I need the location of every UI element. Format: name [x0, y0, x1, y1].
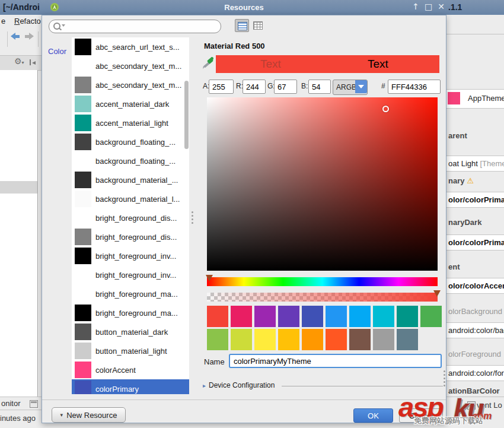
- palette-swatch[interactable]: [302, 329, 323, 350]
- green-field[interactable]: [274, 80, 297, 94]
- maximize-icon[interactable]: □: [425, 2, 432, 11]
- palette-swatch[interactable]: [373, 329, 394, 350]
- list-item[interactable]: bright_foreground_inv...: [72, 246, 189, 265]
- color-name-label: button_material_dark: [95, 328, 168, 337]
- color-name-label: bright_foreground_inv...: [95, 271, 176, 280]
- ok-button[interactable]: OK: [353, 408, 393, 423]
- theme-value-row[interactable]: android:color/bac: [446, 322, 504, 338]
- blue-field[interactable]: [308, 80, 331, 94]
- palette-swatch[interactable]: [373, 306, 394, 327]
- color-name-label: bright_foreground_ma...: [95, 290, 178, 299]
- hex-input[interactable]: [388, 80, 440, 93]
- list-item[interactable]: background_floating_...: [72, 132, 189, 151]
- palette-swatch[interactable]: [397, 306, 418, 327]
- new-resource-button[interactable]: ▾ New Resource: [52, 407, 126, 423]
- hue-slider[interactable]: [207, 277, 438, 286]
- panel-grip[interactable]: [444, 370, 445, 388]
- search-options-arrow-icon[interactable]: [62, 24, 65, 27]
- color-name-label: abc_secondary_text_m...: [95, 81, 181, 90]
- list-item[interactable]: button_material_dark: [72, 322, 189, 341]
- palette-swatch[interactable]: [207, 329, 228, 350]
- theme-value-text: olor/colorPrima: [448, 195, 504, 204]
- name-input[interactable]: [230, 355, 441, 367]
- alpha-slider-handle[interactable]: [433, 290, 441, 297]
- palette-swatch[interactable]: [278, 306, 299, 327]
- palette-swatch[interactable]: [397, 329, 418, 350]
- list-scrollbar-thumb[interactable]: [184, 81, 189, 149]
- palette-swatch[interactable]: [278, 329, 299, 350]
- palette-swatch[interactable]: [207, 306, 228, 327]
- alpha-field[interactable]: [209, 80, 234, 94]
- background-monitor-tab[interactable]: onitor: [1, 399, 21, 408]
- palette-swatch[interactable]: [254, 306, 276, 327]
- sv-marker[interactable]: [382, 106, 389, 112]
- palette-swatch[interactable]: [326, 329, 347, 350]
- list-item[interactable]: accent_material_light: [72, 113, 189, 132]
- list-item[interactable]: colorPrimary: [72, 379, 189, 394]
- eyedropper-icon[interactable]: [202, 56, 215, 71]
- green-input[interactable]: [275, 80, 296, 93]
- list-item[interactable]: button_material_light: [72, 341, 189, 360]
- theme-value-row[interactable]: olor/colorPrima: [446, 234, 504, 251]
- theme-property-text: ent: [448, 262, 460, 271]
- grid-view-button[interactable]: [251, 19, 265, 32]
- splitter-grip[interactable]: [192, 211, 194, 226]
- list-item[interactable]: bright_foreground_ma...: [72, 303, 189, 322]
- event-log-label[interactable]: vent Lo: [477, 401, 502, 410]
- name-field[interactable]: [229, 354, 442, 368]
- saturation-value-panel[interactable]: [207, 97, 438, 271]
- rollup-icon[interactable]: ↑: [412, 2, 419, 11]
- theme-value-row[interactable]: olor/colorPrima: [446, 192, 504, 208]
- palette-swatch[interactable]: [254, 329, 276, 350]
- palette-swatch[interactable]: [302, 306, 323, 327]
- color-mode-select[interactable]: ARGB: [333, 80, 368, 95]
- list-item[interactable]: background_material_l...: [72, 189, 189, 208]
- list-item[interactable]: bright_foreground_inv...: [72, 265, 189, 284]
- device-configuration-toggle[interactable]: ▸Device Configuration: [203, 381, 275, 389]
- collapse-panel-icon[interactable]: [30, 59, 37, 65]
- cancel-button[interactable]: Cancel: [399, 408, 443, 423]
- list-item[interactable]: background_floating_...: [72, 151, 189, 170]
- list-item[interactable]: abc_search_url_text_s...: [72, 37, 189, 56]
- background-theme-editor: AppThemearentoat Light [Theme.nary ⚠olor…: [446, 15, 504, 428]
- theme-row-apptheme[interactable]: AppTheme: [446, 89, 504, 109]
- palette-swatch[interactable]: [231, 306, 252, 327]
- list-item[interactable]: bright_foreground_dis...: [72, 227, 189, 246]
- blue-input[interactable]: [309, 80, 330, 93]
- color-mode-value: ARGB: [336, 83, 356, 91]
- list-item[interactable]: bright_foreground_ma...: [72, 284, 189, 303]
- list-item[interactable]: abc_secondary_text_m...: [72, 56, 189, 75]
- theme-value-text: oat Light: [448, 159, 480, 168]
- gear-icon[interactable]: ⚙▾: [14, 56, 24, 66]
- red-input[interactable]: [243, 80, 265, 93]
- search-input[interactable]: [66, 21, 216, 31]
- alpha-input[interactable]: [209, 80, 233, 93]
- list-item[interactable]: accent_material_dark: [72, 94, 189, 113]
- menu-item-fragment[interactable]: e: [1, 17, 5, 26]
- theme-value-row[interactable]: oat Light [Theme.: [446, 156, 504, 172]
- close-icon[interactable]: ✕: [438, 2, 445, 11]
- palette-swatch[interactable]: [326, 306, 347, 327]
- theme-value-row[interactable]: olor/colorAccen: [446, 278, 504, 294]
- search-icon: [53, 23, 60, 30]
- color-name-label: accent_material_dark: [95, 100, 169, 109]
- red-field[interactable]: [243, 80, 266, 94]
- theme-value-row[interactable]: android:color/fore: [446, 365, 504, 381]
- hex-field[interactable]: [388, 80, 441, 94]
- palette-swatch[interactable]: [231, 329, 252, 350]
- list-item[interactable]: colorAccent: [72, 360, 189, 379]
- palette-swatch[interactable]: [420, 306, 442, 327]
- hue-slider-handle[interactable]: [206, 275, 213, 281]
- back-arrow-icon[interactable]: [11, 33, 15, 40]
- list-item[interactable]: abc_secondary_text_m...: [72, 75, 189, 94]
- list-view-button[interactable]: [235, 19, 249, 32]
- list-item[interactable]: bright_foreground_dis...: [72, 208, 189, 227]
- palette-swatch[interactable]: [349, 329, 371, 350]
- tab-color[interactable]: Color: [48, 47, 66, 56]
- search-field[interactable]: [49, 20, 221, 33]
- menu-item-refactor[interactable]: Refacto: [14, 17, 41, 26]
- list-item[interactable]: background_material_...: [72, 170, 189, 189]
- palette-swatch[interactable]: [349, 306, 371, 327]
- preview-text-black: Text: [368, 58, 388, 71]
- alpha-slider[interactable]: [207, 293, 438, 302]
